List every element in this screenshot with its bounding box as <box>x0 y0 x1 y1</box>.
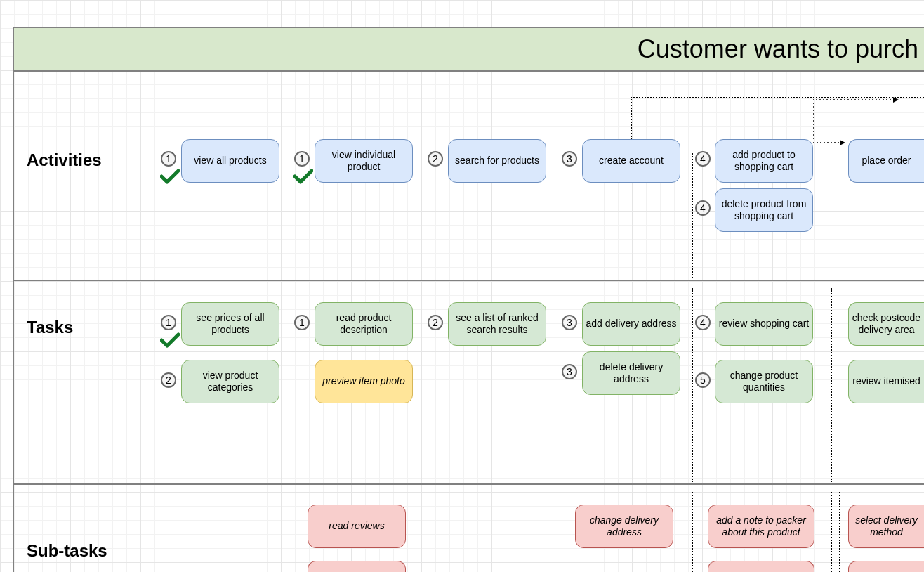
badge-a6: 4 <box>695 200 711 216</box>
activity-view-all-products[interactable]: view all products <box>181 139 279 183</box>
badge-t2: 2 <box>161 372 176 388</box>
subtask-partial-3[interactable] <box>848 561 924 572</box>
activity-delete-from-cart[interactable]: delete product from shopping cart <box>715 188 813 232</box>
subtask-partial-2[interactable] <box>708 561 814 572</box>
task-change-quantities[interactable]: change product quantities <box>715 360 813 403</box>
activity-create-account[interactable]: create account <box>582 139 680 183</box>
badge-t6: 3 <box>562 315 577 330</box>
task-preview-photo[interactable]: preview item photo <box>315 360 413 403</box>
activity-search-products[interactable]: search for products <box>448 139 546 183</box>
task-read-description[interactable]: read product description <box>315 302 413 346</box>
task-check-postcode[interactable]: check postcode delivery area <box>848 302 924 346</box>
task-review-cart[interactable]: review shopping cart <box>715 302 813 346</box>
row-label-tasks: Tasks <box>27 318 73 337</box>
task-see-prices[interactable]: see prices of all products <box>181 302 279 346</box>
arrow-to-place-order <box>813 97 899 141</box>
check-icon <box>160 332 180 348</box>
check-icon <box>293 169 313 184</box>
subtask-select-delivery[interactable]: select delivery method <box>848 505 924 548</box>
subtask-add-note[interactable]: add a note to packer about this product <box>708 505 814 548</box>
badge-t7: 3 <box>562 364 577 379</box>
activity-add-to-cart[interactable]: add product to shopping cart <box>715 139 813 183</box>
title-text: Customer wants to purch <box>638 34 918 64</box>
badge-t8: 4 <box>695 315 711 330</box>
title-bar: Customer wants to purch <box>13 27 924 72</box>
subtask-read-reviews[interactable]: read reviews <box>308 505 406 548</box>
row-label-subtasks: Sub-tasks <box>27 541 107 561</box>
badge-t5: 2 <box>428 315 443 330</box>
separator-2 <box>13 483 924 485</box>
task-review-itemised[interactable]: review itemised <box>848 360 924 403</box>
task-view-categories[interactable]: view product categories <box>181 360 279 403</box>
activity-place-order[interactable]: place order <box>848 139 924 183</box>
badge-t3: 1 <box>294 315 310 330</box>
badge-a5: 4 <box>695 151 711 167</box>
check-icon <box>160 169 180 184</box>
row-label-activities: Activities <box>27 150 102 170</box>
arrow-add-to-place <box>813 139 845 146</box>
subtask-partial-1[interactable] <box>308 561 406 572</box>
badge-a2: 1 <box>294 151 310 167</box>
task-delete-address[interactable]: delete delivery address <box>582 351 680 395</box>
subtask-change-address[interactable]: change delivery address <box>575 505 673 548</box>
separator-1 <box>13 280 924 281</box>
task-search-results[interactable]: see a list of ranked search results <box>448 302 546 346</box>
badge-t9: 5 <box>695 372 711 388</box>
badge-a1: 1 <box>161 151 176 167</box>
activity-view-individual-product[interactable]: view individual product <box>315 139 413 183</box>
diagram-canvas[interactable]: Customer wants to purch Activities Tasks… <box>0 0 924 572</box>
task-add-address[interactable]: add delivery address <box>582 302 680 346</box>
badge-t1: 1 <box>161 315 176 330</box>
badge-a4: 3 <box>562 151 577 167</box>
badge-a3: 2 <box>428 151 443 167</box>
